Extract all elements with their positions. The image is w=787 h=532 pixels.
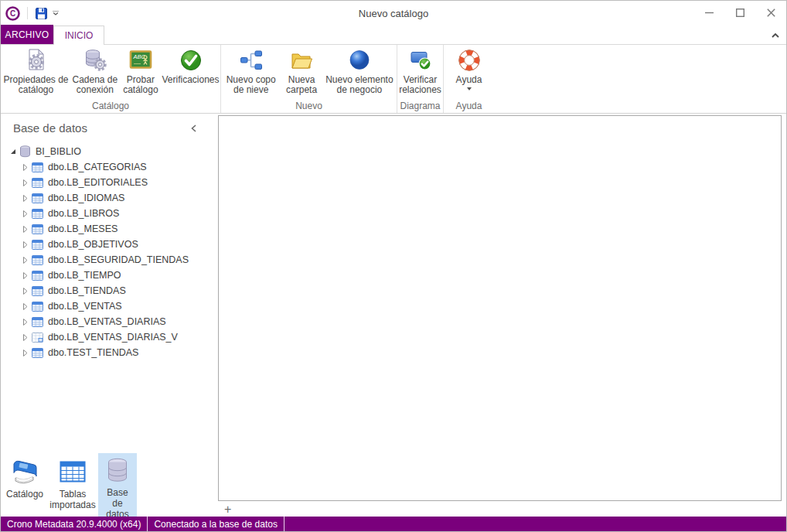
tree-node-label: dbo.LB_EDITORIALES — [48, 177, 148, 188]
collapsed-arrow-icon[interactable] — [19, 179, 32, 186]
collapsed-arrow-icon[interactable] — [19, 241, 32, 248]
toolbar-separator — [27, 7, 28, 19]
green-check-circle-icon — [179, 48, 203, 73]
table-icon — [32, 269, 45, 281]
tree-node-table[interactable]: dbo.LB_SEGURIDAD_TIENDAS — [7, 252, 217, 268]
tree-node-view[interactable]: dbo.LB_VENTAS_DIARIAS_V — [7, 329, 217, 345]
probar-catalogo-button[interactable]: ABC Probar catálogo — [120, 45, 162, 101]
tab-archivo[interactable]: ARCHIVO — [1, 25, 53, 44]
ribbon-group-label: Catálogo — [2, 101, 220, 113]
button-label: Probar catálogo — [120, 75, 162, 95]
collapsed-arrow-icon[interactable] — [19, 164, 32, 171]
collapse-ribbon-icon[interactable] — [769, 30, 782, 41]
button-label: Verificaciones — [162, 75, 220, 85]
collapsed-arrow-icon[interactable] — [19, 334, 32, 341]
tree-node-table[interactable]: dbo.LB_MESES — [7, 221, 217, 237]
button-label: Verificar relaciones — [398, 75, 442, 95]
ribbon-group-diagrama: Verificar relaciones Diagrama — [397, 45, 443, 113]
propiedades-de-catalogo-button[interactable]: Propiedades de catálogo — [2, 45, 70, 101]
table-icon — [32, 300, 45, 312]
expanded-arrow-icon[interactable] — [7, 148, 19, 155]
database-gear-icon — [83, 48, 107, 73]
tree-node-label: dbo.LB_VENTAS_DIARIAS — [48, 316, 166, 327]
collapsed-arrow-icon[interactable] — [19, 288, 32, 295]
app-window: Nuevo catálogo C — [0, 0, 787, 532]
window-title: Nuevo catálogo — [1, 8, 786, 19]
tree-node-table[interactable]: dbo.LB_TIENDAS — [7, 283, 217, 298]
dock-item-tablas-importadas[interactable]: Tablas importadas — [47, 453, 98, 517]
tree-node-label: dbo.LB_LIBROS — [48, 208, 119, 219]
ayuda-dropdown-icon — [467, 87, 472, 90]
chevron-down-icon[interactable] — [53, 11, 59, 15]
collapsed-arrow-icon[interactable] — [19, 226, 32, 233]
status-connection: Conectado a la base de datos — [148, 519, 283, 530]
dock-item-catalogo[interactable]: Catálogo — [2, 453, 47, 517]
ribbon: Propiedades de catálogo — [1, 45, 786, 114]
panel-title: Base de datos — [13, 121, 87, 135]
tree-node-label: dbo.TEST_TIENDAS — [48, 347, 138, 358]
tree-node-table[interactable]: dbo.LB_VENTAS — [7, 298, 217, 314]
window-controls — [693, 1, 786, 24]
nueva-carpeta-button[interactable]: Nueva carpeta — [280, 45, 323, 101]
nuevo-elemento-de-negocio-button[interactable]: Nuevo elemento de negocio — [323, 45, 396, 101]
table-icon — [32, 161, 45, 173]
database-tree: BI_BIBLIO dbo.LB_CATEGORIAS dbo.LB_EDITO… — [1, 139, 217, 453]
collapsed-arrow-icon[interactable] — [19, 303, 32, 310]
diagram-canvas[interactable] — [218, 115, 782, 501]
add-diagram-button[interactable]: + — [218, 503, 237, 516]
database-stack-icon — [103, 456, 132, 486]
tree-node-label: dbo.LB_TIENDAS — [48, 285, 126, 296]
tree-node-table[interactable]: dbo.LB_OBJETIVOS — [7, 237, 217, 252]
ayuda-button[interactable]: Ayuda — [448, 45, 491, 101]
tab-inicio[interactable]: INICIO — [53, 26, 104, 45]
tree-node-table[interactable]: dbo.LB_IDIOMAS — [7, 190, 217, 206]
folder-icon — [289, 48, 314, 73]
button-label: Ayuda — [456, 75, 482, 85]
tree-node-root[interactable]: BI_BIBLIO — [7, 144, 217, 159]
cadena-de-conexion-button[interactable]: Cadena de conexión — [70, 45, 120, 101]
lifebuoy-icon — [457, 48, 482, 73]
tree-node-table[interactable]: dbo.LB_EDITORIALES — [7, 175, 217, 190]
table-icon — [32, 192, 45, 204]
chalkboard-icon: ABC — [128, 48, 153, 73]
close-button[interactable] — [755, 1, 786, 24]
svg-text:C: C — [10, 9, 15, 18]
tree-node-table[interactable]: dbo.LB_VENTAS_DIARIAS — [7, 314, 217, 329]
ribbon-group-catalogo: Propiedades de catálogo — [1, 45, 220, 113]
tree-node-table[interactable]: dbo.LB_LIBROS — [7, 206, 217, 221]
collapsed-arrow-icon[interactable] — [19, 350, 32, 356]
crono-logo-icon[interactable]: C — [5, 6, 20, 21]
table-icon — [32, 238, 45, 251]
database-panel: Base de datos BI_BIBLIO — [1, 114, 217, 517]
button-label: Cadena de conexión — [70, 75, 120, 95]
collapsed-arrow-icon[interactable] — [19, 272, 32, 279]
verificaciones-button[interactable]: Verificaciones — [162, 45, 220, 101]
table-icon — [32, 176, 45, 189]
tree-node-table[interactable]: dbo.LB_TIEMPO — [7, 268, 217, 283]
nuevo-copo-de-nieve-button[interactable]: Nuevo copo de nieve — [222, 45, 280, 101]
tree-node-table[interactable]: dbo.TEST_TIENDAS — [7, 345, 217, 360]
maximize-button[interactable] — [724, 1, 755, 24]
collapsed-arrow-icon[interactable] — [19, 319, 32, 326]
verificar-relaciones-button[interactable]: Verificar relaciones — [398, 45, 442, 101]
collapsed-arrow-icon[interactable] — [19, 210, 32, 217]
panel-header: Base de datos — [1, 114, 217, 139]
tree-node-table[interactable]: dbo.LB_CATEGORIAS — [7, 159, 217, 175]
collapsed-arrow-icon[interactable] — [19, 195, 32, 202]
ribbon-group-ayuda: Ayuda Ayuda — [443, 45, 494, 113]
dock-item-base-de-datos[interactable]: Base de datos — [98, 453, 137, 517]
tree-node-label: dbo.LB_SEGURIDAD_TIENDAS — [48, 254, 189, 265]
chevron-left-icon[interactable] — [188, 123, 199, 134]
tree-node-label: dbo.LB_VENTAS_DIARIAS_V — [48, 332, 178, 343]
tree-node-label: BI_BIBLIO — [36, 146, 81, 157]
view-icon — [32, 331, 45, 343]
snowflake-diagram-icon — [239, 48, 264, 73]
save-icon[interactable] — [35, 7, 48, 20]
collapsed-arrow-icon[interactable] — [19, 257, 32, 264]
tree-node-label: dbo.LB_OBJETIVOS — [48, 239, 138, 250]
minimize-button[interactable] — [693, 1, 724, 24]
dock-item-label: Base de datos — [101, 487, 134, 520]
rectangle-check-icon — [408, 48, 433, 73]
table-icon — [32, 285, 45, 297]
panel-switcher: Catálogo Tablas importadas — [1, 453, 217, 517]
